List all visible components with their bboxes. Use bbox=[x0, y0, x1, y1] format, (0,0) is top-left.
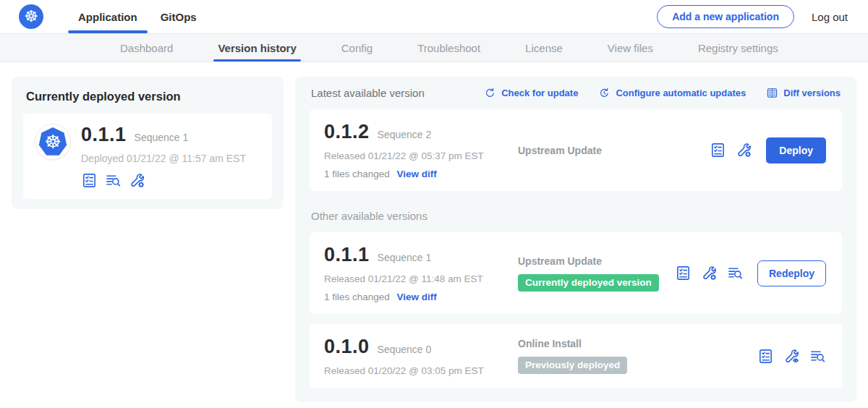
other-available-versions-title: Other available versions bbox=[311, 210, 842, 222]
version-history-page: Currently deployed version ☸ 0.1.1 Seque… bbox=[0, 62, 868, 402]
version-source-label: Online Install bbox=[518, 338, 757, 349]
version-card-0-1-2: 0.1.2 Sequence 2 Released 01/21/22 @ 05:… bbox=[310, 109, 842, 191]
kubernetes-logo-icon: ☸ bbox=[19, 4, 43, 29]
config-wrench-gear-icon[interactable] bbox=[129, 172, 145, 189]
released-timestamp: Released 01/21/22 @ 05:37 pm EST bbox=[324, 150, 505, 161]
currently-deployed-badge: Currently deployed version bbox=[518, 274, 659, 292]
preflight-checks-icon[interactable] bbox=[757, 348, 774, 365]
kubernetes-app-icon: ☸ bbox=[38, 127, 67, 156]
available-versions-panel: Latest available version Check for updat… bbox=[295, 77, 856, 402]
version-source-label: Upstream Update bbox=[518, 255, 675, 267]
tab-gitops-label: GitOps bbox=[161, 11, 197, 23]
files-changed-label: 1 files changed bbox=[324, 292, 390, 302]
config-wrench-gear-icon[interactable] bbox=[736, 142, 752, 158]
view-diff-link[interactable]: View diff bbox=[397, 169, 437, 179]
app-subnav: Dashboard Version history Config Trouble… bbox=[0, 33, 868, 62]
previously-deployed-badge: Previously deployed bbox=[518, 357, 627, 374]
topbar-right: Add a new application Log out bbox=[657, 5, 868, 28]
deployed-version-number: 0.1.1 bbox=[81, 124, 127, 146]
top-tabs: Application GitOps bbox=[67, 0, 208, 33]
tab-gitops[interactable]: GitOps bbox=[149, 0, 208, 33]
configure-automatic-updates-label: Configure automatic updates bbox=[616, 88, 746, 98]
deployed-sequence-label: Sequence 1 bbox=[135, 132, 189, 143]
preflight-checks-icon[interactable] bbox=[675, 265, 692, 281]
subnav-item-license[interactable]: License bbox=[521, 34, 567, 61]
diff-versions-icon bbox=[766, 87, 778, 99]
deploy-logs-icon[interactable] bbox=[105, 172, 122, 189]
subnav-item-registry-settings[interactable]: Registry settings bbox=[694, 34, 783, 61]
add-new-application-button[interactable]: Add a new application bbox=[657, 5, 794, 28]
version-card-0-1-1: 0.1.1 Sequence 1 Released 01/21/22 @ 11:… bbox=[310, 232, 842, 314]
tab-application[interactable]: Application bbox=[67, 0, 149, 33]
redeploy-button[interactable]: Redeploy bbox=[757, 260, 826, 286]
view-diff-link[interactable]: View diff bbox=[397, 292, 437, 302]
subnav-item-version-history[interactable]: Version history bbox=[213, 34, 300, 61]
currently-deployed-card: ☸ 0.1.1 Sequence 1 Deployed 01/21/22 @ 1… bbox=[23, 114, 272, 199]
version-actions: Check for update Configure automatic upd… bbox=[484, 87, 841, 99]
version-number: 0.1.1 bbox=[324, 244, 370, 266]
app-icon-ring: ☸ bbox=[35, 124, 71, 160]
version-number: 0.1.2 bbox=[324, 121, 370, 143]
update-schedule-icon bbox=[598, 87, 610, 99]
currently-deployed-title: Currently deployed version bbox=[26, 90, 272, 103]
check-for-update-link[interactable]: Check for update bbox=[484, 87, 578, 99]
preflight-checks-icon[interactable] bbox=[710, 142, 726, 158]
diff-versions-label: Diff versions bbox=[783, 88, 841, 98]
deploy-logs-icon[interactable] bbox=[727, 265, 744, 281]
configure-automatic-updates-link[interactable]: Configure automatic updates bbox=[598, 87, 746, 99]
config-wrench-gear-icon[interactable] bbox=[701, 265, 718, 281]
refresh-icon bbox=[484, 87, 496, 99]
subnav-item-view-files[interactable]: View files bbox=[603, 34, 658, 61]
sequence-label: Sequence 1 bbox=[378, 252, 432, 263]
latest-available-title: Latest available version bbox=[311, 87, 425, 99]
sequence-label: Sequence 2 bbox=[378, 129, 432, 140]
check-for-update-label: Check for update bbox=[501, 88, 578, 98]
deploy-logs-icon[interactable] bbox=[809, 348, 826, 365]
preflight-checks-icon[interactable] bbox=[81, 172, 98, 189]
deployed-timestamp: Deployed 01/21/22 @ 11:57 am EST bbox=[81, 153, 246, 164]
subnav-item-config[interactable]: Config bbox=[337, 34, 377, 61]
released-timestamp: Released 01/20/22 @ 03:05 pm EST bbox=[324, 365, 505, 376]
tab-application-label: Application bbox=[78, 11, 137, 23]
deploy-button[interactable]: Deploy bbox=[766, 137, 826, 163]
subnav-item-dashboard[interactable]: Dashboard bbox=[116, 34, 177, 61]
subnav-item-troubleshoot[interactable]: Troubleshoot bbox=[413, 34, 485, 61]
released-timestamp: Released 01/21/22 @ 11:48 am EST bbox=[324, 273, 505, 284]
version-card-0-1-0: 0.1.0 Sequence 0 Released 01/20/22 @ 03:… bbox=[310, 324, 842, 388]
version-source-label: Upstream Update bbox=[518, 145, 710, 156]
sequence-label: Sequence 0 bbox=[378, 344, 432, 355]
log-out-button[interactable]: Log out bbox=[812, 11, 848, 23]
config-wrench-eye-icon[interactable] bbox=[783, 348, 800, 365]
top-navigation-bar: ☸ Application GitOps Add a new applicati… bbox=[0, 0, 868, 33]
diff-versions-link[interactable]: Diff versions bbox=[766, 87, 841, 99]
version-number: 0.1.0 bbox=[324, 336, 370, 358]
files-changed-label: 1 files changed bbox=[324, 169, 390, 179]
currently-deployed-panel: Currently deployed version ☸ 0.1.1 Seque… bbox=[12, 77, 284, 209]
